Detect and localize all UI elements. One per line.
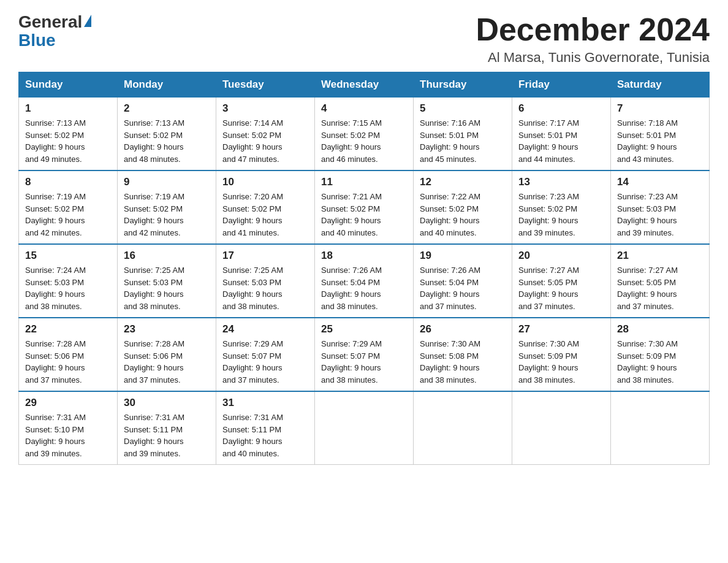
day-number: 17: [222, 250, 308, 262]
day-number: 11: [321, 176, 407, 188]
calendar-week-row: 29Sunrise: 7:31 AMSunset: 5:10 PMDayligh…: [19, 391, 710, 465]
day-number: 24: [222, 323, 308, 335]
header-friday: Friday: [512, 72, 611, 98]
calendar-cell: [611, 391, 710, 465]
day-info: Sunrise: 7:28 AMSunset: 5:06 PMDaylight:…: [25, 338, 111, 386]
header-sunday: Sunday: [19, 72, 118, 98]
day-info: Sunrise: 7:14 AMSunset: 5:02 PMDaylight:…: [222, 117, 308, 165]
calendar-header-row: SundayMondayTuesdayWednesdayThursdayFrid…: [19, 72, 710, 98]
calendar-cell: 28Sunrise: 7:30 AMSunset: 5:09 PMDayligh…: [611, 318, 710, 391]
calendar-cell: 20Sunrise: 7:27 AMSunset: 5:05 PMDayligh…: [512, 244, 611, 318]
day-number: 1: [25, 102, 111, 115]
calendar-cell: 24Sunrise: 7:29 AMSunset: 5:07 PMDayligh…: [216, 318, 315, 391]
day-number: 20: [518, 250, 604, 262]
day-info: Sunrise: 7:19 AMSunset: 5:02 PMDaylight:…: [124, 191, 210, 239]
day-info: Sunrise: 7:28 AMSunset: 5:06 PMDaylight:…: [124, 338, 210, 386]
day-number: 28: [617, 323, 703, 335]
calendar-cell: 30Sunrise: 7:31 AMSunset: 5:11 PMDayligh…: [118, 391, 216, 465]
day-info: Sunrise: 7:18 AMSunset: 5:01 PMDaylight:…: [617, 117, 703, 165]
day-info: Sunrise: 7:31 AMSunset: 5:11 PMDaylight:…: [124, 412, 210, 459]
header-saturday: Saturday: [611, 72, 710, 98]
day-info: Sunrise: 7:22 AMSunset: 5:02 PMDaylight:…: [420, 191, 506, 239]
page-header: General Blue December 2024 Al Marsa, Tun…: [18, 12, 710, 66]
calendar-cell: 14Sunrise: 7:23 AMSunset: 5:03 PMDayligh…: [611, 170, 710, 244]
day-number: 4: [321, 102, 407, 115]
day-info: Sunrise: 7:26 AMSunset: 5:04 PMDaylight:…: [420, 264, 506, 312]
calendar-cell: [512, 391, 611, 465]
calendar-cell: 23Sunrise: 7:28 AMSunset: 5:06 PMDayligh…: [118, 318, 216, 391]
day-number: 9: [124, 176, 210, 188]
day-number: 30: [124, 397, 210, 409]
day-info: Sunrise: 7:31 AMSunset: 5:11 PMDaylight:…: [222, 412, 308, 459]
calendar-cell: 9Sunrise: 7:19 AMSunset: 5:02 PMDaylight…: [118, 170, 216, 244]
calendar-cell: 27Sunrise: 7:30 AMSunset: 5:09 PMDayligh…: [512, 318, 611, 391]
day-info: Sunrise: 7:23 AMSunset: 5:03 PMDaylight:…: [617, 191, 703, 239]
day-info: Sunrise: 7:31 AMSunset: 5:10 PMDaylight:…: [25, 412, 111, 459]
day-number: 2: [124, 102, 210, 115]
day-info: Sunrise: 7:29 AMSunset: 5:07 PMDaylight:…: [222, 338, 308, 386]
day-info: Sunrise: 7:29 AMSunset: 5:07 PMDaylight:…: [321, 338, 407, 386]
calendar-cell: 6Sunrise: 7:17 AMSunset: 5:01 PMDaylight…: [512, 98, 611, 171]
day-info: Sunrise: 7:26 AMSunset: 5:04 PMDaylight:…: [321, 264, 407, 312]
day-info: Sunrise: 7:20 AMSunset: 5:02 PMDaylight:…: [222, 191, 308, 239]
day-info: Sunrise: 7:24 AMSunset: 5:03 PMDaylight:…: [25, 264, 111, 312]
day-number: 8: [25, 176, 111, 188]
title-block: December 2024 Al Marsa, Tunis Governorat…: [476, 12, 710, 66]
header-tuesday: Tuesday: [216, 72, 315, 98]
day-number: 5: [420, 102, 506, 115]
calendar-cell: 26Sunrise: 7:30 AMSunset: 5:08 PMDayligh…: [414, 318, 512, 391]
calendar-table: SundayMondayTuesdayWednesdayThursdayFrid…: [18, 72, 710, 465]
day-info: Sunrise: 7:13 AMSunset: 5:02 PMDaylight:…: [124, 117, 210, 165]
calendar-cell: 1Sunrise: 7:13 AMSunset: 5:02 PMDaylight…: [19, 98, 118, 171]
day-number: 3: [222, 102, 308, 115]
day-number: 31: [222, 397, 308, 409]
calendar-cell: 10Sunrise: 7:20 AMSunset: 5:02 PMDayligh…: [216, 170, 315, 244]
month-title: December 2024: [476, 12, 710, 47]
calendar-cell: 3Sunrise: 7:14 AMSunset: 5:02 PMDaylight…: [216, 98, 315, 171]
header-wednesday: Wednesday: [315, 72, 414, 98]
day-number: 21: [617, 250, 703, 262]
day-info: Sunrise: 7:30 AMSunset: 5:09 PMDaylight:…: [617, 338, 703, 386]
day-info: Sunrise: 7:21 AMSunset: 5:02 PMDaylight:…: [321, 191, 407, 239]
logo-general-text: General: [18, 12, 82, 32]
calendar-cell: [414, 391, 512, 465]
calendar-cell: 19Sunrise: 7:26 AMSunset: 5:04 PMDayligh…: [414, 244, 512, 318]
calendar-week-row: 15Sunrise: 7:24 AMSunset: 5:03 PMDayligh…: [19, 244, 710, 318]
day-info: Sunrise: 7:15 AMSunset: 5:02 PMDaylight:…: [321, 117, 407, 165]
day-number: 10: [222, 176, 308, 188]
calendar-cell: 13Sunrise: 7:23 AMSunset: 5:02 PMDayligh…: [512, 170, 611, 244]
day-number: 16: [124, 250, 210, 262]
calendar-cell: 21Sunrise: 7:27 AMSunset: 5:05 PMDayligh…: [611, 244, 710, 318]
logo-blue-text: Blue: [18, 31, 56, 50]
calendar-week-row: 1Sunrise: 7:13 AMSunset: 5:02 PMDaylight…: [19, 98, 710, 171]
day-info: Sunrise: 7:16 AMSunset: 5:01 PMDaylight:…: [420, 117, 506, 165]
day-number: 7: [617, 102, 703, 115]
day-info: Sunrise: 7:13 AMSunset: 5:02 PMDaylight:…: [25, 117, 111, 165]
day-number: 18: [321, 250, 407, 262]
day-number: 15: [25, 250, 111, 262]
day-info: Sunrise: 7:27 AMSunset: 5:05 PMDaylight:…: [617, 264, 703, 312]
calendar-cell: 15Sunrise: 7:24 AMSunset: 5:03 PMDayligh…: [19, 244, 118, 318]
logo-triangle-icon: [84, 15, 91, 27]
calendar-cell: 2Sunrise: 7:13 AMSunset: 5:02 PMDaylight…: [118, 98, 216, 171]
day-info: Sunrise: 7:23 AMSunset: 5:02 PMDaylight:…: [518, 191, 604, 239]
calendar-cell: 11Sunrise: 7:21 AMSunset: 5:02 PMDayligh…: [315, 170, 414, 244]
day-info: Sunrise: 7:17 AMSunset: 5:01 PMDaylight:…: [518, 117, 604, 165]
day-number: 25: [321, 323, 407, 335]
day-number: 13: [518, 176, 604, 188]
calendar-cell: 12Sunrise: 7:22 AMSunset: 5:02 PMDayligh…: [414, 170, 512, 244]
day-number: 14: [617, 176, 703, 188]
day-info: Sunrise: 7:27 AMSunset: 5:05 PMDaylight:…: [518, 264, 604, 312]
location-title: Al Marsa, Tunis Governorate, Tunisia: [476, 50, 710, 66]
calendar-week-row: 22Sunrise: 7:28 AMSunset: 5:06 PMDayligh…: [19, 318, 710, 391]
calendar-cell: 29Sunrise: 7:31 AMSunset: 5:10 PMDayligh…: [19, 391, 118, 465]
day-number: 29: [25, 397, 111, 409]
day-number: 26: [420, 323, 506, 335]
calendar-cell: 16Sunrise: 7:25 AMSunset: 5:03 PMDayligh…: [118, 244, 216, 318]
calendar-cell: 5Sunrise: 7:16 AMSunset: 5:01 PMDaylight…: [414, 98, 512, 171]
day-number: 19: [420, 250, 506, 262]
day-info: Sunrise: 7:30 AMSunset: 5:08 PMDaylight:…: [420, 338, 506, 386]
day-number: 6: [518, 102, 604, 115]
day-number: 23: [124, 323, 210, 335]
header-thursday: Thursday: [414, 72, 512, 98]
